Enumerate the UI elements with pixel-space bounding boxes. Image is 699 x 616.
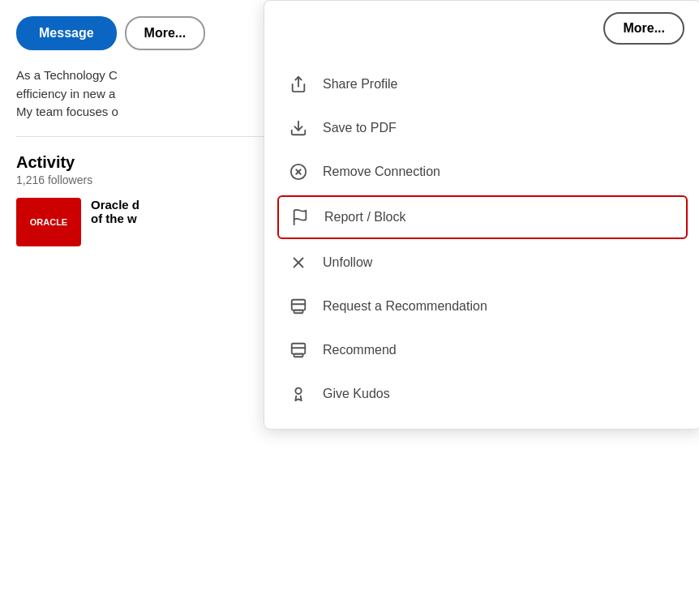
menu-item-save-pdf[interactable]: Save to PDF xyxy=(264,106,699,150)
menu-item-recommend[interactable]: Recommend xyxy=(264,328,699,372)
more-button[interactable]: More... xyxy=(125,16,206,50)
menu-item-unfollow[interactable]: Unfollow xyxy=(264,241,699,284)
recommend-icon xyxy=(287,339,310,361)
post-text-wrap: Oracle d of the w xyxy=(91,198,139,225)
menu-items-list: Share Profile Save to PDF xyxy=(264,56,699,429)
menu-item-give-kudos[interactable]: Give Kudos xyxy=(264,372,699,416)
oracle-thumbnail: ORACLE xyxy=(16,198,81,246)
save-pdf-label: Save to PDF xyxy=(323,121,397,135)
report-block-label: Report / Block xyxy=(324,210,405,225)
request-recommendation-label: Request a Recommendation xyxy=(323,299,487,314)
menu-item-report-block[interactable]: Report / Block xyxy=(277,195,688,239)
share-profile-icon xyxy=(287,73,310,96)
svg-point-12 xyxy=(295,388,301,394)
remove-connection-icon xyxy=(287,160,310,183)
share-profile-label: Share Profile xyxy=(323,77,398,92)
give-kudos-label: Give Kudos xyxy=(323,387,390,401)
menu-item-share-profile[interactable]: Share Profile xyxy=(264,62,699,106)
profile-summary: As a Technology C efficiency in new a My… xyxy=(16,66,243,122)
menu-item-remove-connection[interactable]: Remove Connection xyxy=(264,150,699,194)
remove-connection-label: Remove Connection xyxy=(323,165,440,179)
svg-rect-11 xyxy=(294,354,303,357)
post-subtitle: of the w xyxy=(91,212,139,225)
unfollow-label: Unfollow xyxy=(323,255,372,270)
save-pdf-icon xyxy=(287,117,310,139)
give-kudos-icon xyxy=(287,383,310,405)
svg-rect-9 xyxy=(294,310,303,314)
svg-rect-10 xyxy=(292,344,306,354)
message-button[interactable]: Message xyxy=(16,16,117,50)
post-title: Oracle d xyxy=(91,198,139,212)
report-block-icon xyxy=(289,206,311,229)
request-recommendation-icon xyxy=(287,295,310,318)
menu-item-request-recommendation[interactable]: Request a Recommendation xyxy=(264,284,699,328)
svg-rect-8 xyxy=(292,300,306,310)
recommend-label: Recommend xyxy=(323,343,397,357)
more-button-active[interactable]: More... xyxy=(603,12,684,45)
dropdown-header: More... xyxy=(264,1,699,56)
unfollow-icon xyxy=(287,251,310,274)
more-dropdown: More... Share Profile Sa xyxy=(264,0,699,430)
